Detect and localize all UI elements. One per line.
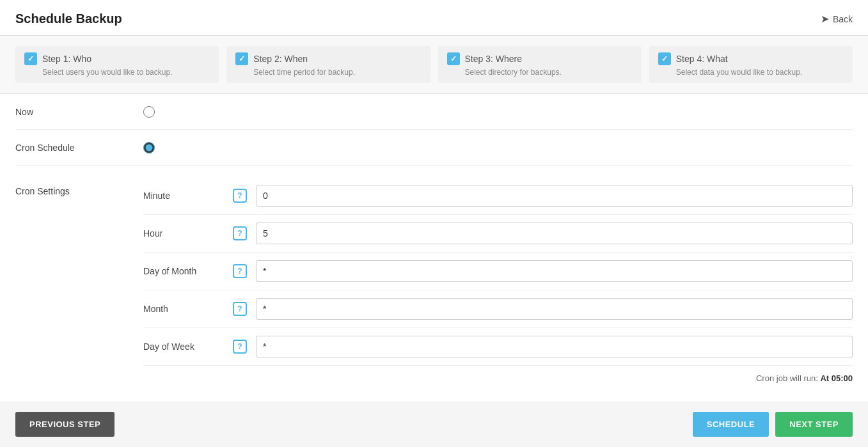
- minute-row: Minute ?: [143, 177, 853, 215]
- back-button[interactable]: ➤ Back: [821, 13, 853, 25]
- now-radio[interactable]: [143, 106, 155, 118]
- hour-label: Hour: [143, 228, 233, 239]
- minute-input[interactable]: [256, 185, 853, 207]
- minute-label: Minute: [143, 191, 233, 201]
- cron-schedule-radio[interactable]: [143, 142, 155, 153]
- cron-settings-label: Cron Settings: [15, 177, 143, 196]
- footer: PREVIOUS STEP SCHEDULE NEXT STEP: [0, 402, 868, 402]
- back-label: Back: [833, 14, 853, 24]
- step-2: ✓ Step 2: When Select time period for ba…: [226, 46, 430, 83]
- step1-checkbox: ✓: [24, 52, 37, 65]
- step3-title: Step 3: Where: [465, 54, 523, 64]
- day-of-week-input[interactable]: [256, 336, 853, 357]
- minute-help-icon[interactable]: ?: [233, 189, 247, 203]
- month-row: Month ?: [143, 290, 853, 328]
- hour-row: Hour ?: [143, 215, 853, 253]
- hour-input[interactable]: [256, 223, 853, 244]
- day-of-month-input[interactable]: [256, 260, 853, 282]
- steps-bar: ✓ Step 1: Who Select users you would lik…: [0, 36, 868, 94]
- month-help-icon[interactable]: ?: [233, 302, 247, 316]
- step1-desc: Select users you would like to backup.: [24, 68, 210, 77]
- cron-schedule-row: Cron Schedule: [15, 130, 853, 166]
- step4-title: Step 4: What: [676, 54, 728, 64]
- now-row: Now: [15, 94, 853, 130]
- step-1: ✓ Step 1: Who Select users you would lik…: [15, 46, 219, 83]
- cron-schedule-radio-cell[interactable]: [143, 142, 155, 153]
- cron-info: Cron job will run: At 05:00: [143, 366, 853, 391]
- back-arrow-icon: ➤: [821, 13, 829, 25]
- step3-desc: Select directory for backups.: [447, 68, 633, 77]
- cron-settings-row: Cron Settings Minute ? Hour ? Day of Mon…: [15, 166, 853, 402]
- step4-desc: Select data you would like to backup.: [658, 68, 844, 77]
- step3-checkbox: ✓: [447, 52, 460, 65]
- now-radio-cell[interactable]: [143, 106, 155, 118]
- step2-desc: Select time period for backup.: [235, 68, 421, 77]
- day-of-month-label: Day of Month: [143, 266, 233, 276]
- day-of-week-label: Day of Week: [143, 341, 233, 352]
- hour-help-icon[interactable]: ?: [233, 226, 247, 240]
- step2-title: Step 2: When: [253, 54, 308, 64]
- cron-info-value: At 05:00: [820, 373, 853, 383]
- day-of-week-help-icon[interactable]: ?: [233, 340, 247, 354]
- step2-checkbox: ✓: [235, 52, 248, 65]
- day-of-month-help-icon[interactable]: ?: [233, 264, 247, 278]
- day-of-week-row: Day of Week ?: [143, 328, 853, 366]
- month-input[interactable]: [256, 298, 853, 320]
- cron-schedule-label: Cron Schedule: [15, 143, 143, 153]
- page-header: Schedule Backup ➤ Back: [0, 0, 868, 36]
- cron-info-prefix: Cron job will run:: [756, 373, 820, 383]
- page-title: Schedule Backup: [15, 12, 122, 26]
- main-content: Now Cron Schedule Cron Settings Minute ?…: [0, 94, 868, 402]
- step1-title: Step 1: Who: [42, 54, 91, 64]
- step4-checkbox: ✓: [658, 52, 671, 65]
- cron-fields: Minute ? Hour ? Day of Month ? Month ?: [143, 177, 853, 391]
- step-4: ✓ Step 4: What Select data you would lik…: [649, 46, 853, 83]
- month-label: Month: [143, 304, 233, 314]
- step-3: ✓ Step 3: Where Select directory for bac…: [438, 46, 642, 83]
- now-label: Now: [15, 107, 143, 117]
- day-of-month-row: Day of Month ?: [143, 253, 853, 290]
